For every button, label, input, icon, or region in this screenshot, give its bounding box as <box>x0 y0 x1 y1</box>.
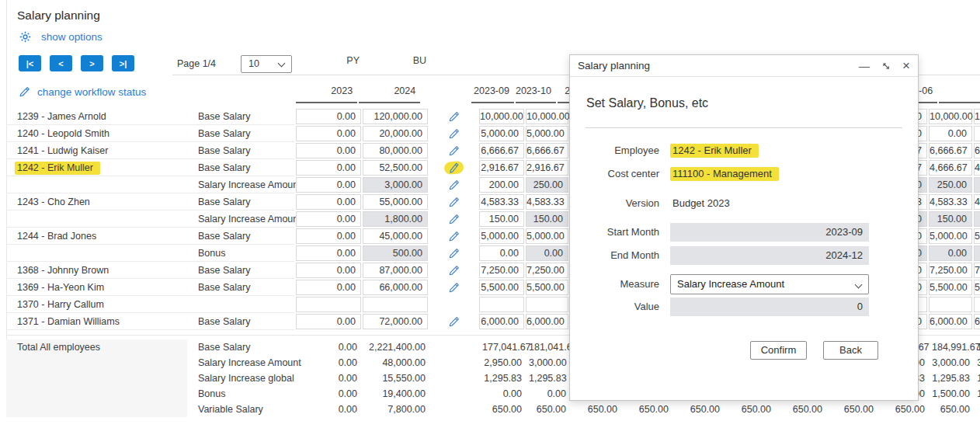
py-value-cell[interactable]: 0.00 <box>296 263 361 278</box>
py-value-cell[interactable]: 0.00 <box>296 280 361 295</box>
pencil-icon[interactable] <box>448 179 460 191</box>
edit-cell[interactable] <box>429 211 478 228</box>
py-value-cell[interactable]: 0.00 <box>296 211 361 227</box>
py-value-cell[interactable]: 0.00 <box>296 245 361 261</box>
month-value-cell[interactable]: 6,000.00 <box>974 314 980 329</box>
edit-cell[interactable] <box>429 279 478 296</box>
edit-cell[interactable] <box>429 228 478 245</box>
month-value-cell[interactable]: 7,250.00 <box>929 263 972 278</box>
page-size-dropdown[interactable]: 10 <box>241 55 292 73</box>
month-value-cell[interactable]: 5,000.00 <box>479 126 524 141</box>
pencil-icon[interactable] <box>448 282 460 294</box>
month-value-cell[interactable]: 6,000.00 <box>526 314 568 329</box>
month-value-cell[interactable]: 4,583.33 <box>526 194 568 210</box>
month-value-cell[interactable]: 0.00 <box>479 245 524 261</box>
show-options-link[interactable]: show options <box>41 31 103 43</box>
month-value-cell[interactable]: 5,000.00 <box>479 228 524 244</box>
measure-select[interactable]: Salary Increase Amount <box>670 274 869 294</box>
month-value-cell[interactable]: 6,666.67 <box>974 143 980 158</box>
bu-value-cell[interactable]: 66,000.00 <box>363 280 428 295</box>
bu-value-cell[interactable]: 80,000.00 <box>363 143 428 158</box>
bu-value-cell[interactable]: 72,000.00 <box>363 314 428 329</box>
value-input[interactable]: 0 <box>670 298 869 316</box>
py-value-cell[interactable]: 0.00 <box>296 314 361 329</box>
edit-cell[interactable] <box>429 313 478 330</box>
start_month-input[interactable]: 2023-09 <box>670 223 869 242</box>
confirm-button[interactable]: Confirm <box>750 341 807 360</box>
month-value-cell[interactable]: 150.00 <box>479 211 524 227</box>
month-value-cell[interactable]: 5,500.00 <box>526 280 568 295</box>
pencil-icon[interactable] <box>448 128 460 140</box>
month-value-cell[interactable]: 5,500.00 <box>929 280 972 295</box>
pencil-icon[interactable] <box>448 214 460 225</box>
month-value-cell[interactable]: 7,250.00 <box>479 263 524 278</box>
close-icon[interactable]: × <box>902 61 910 71</box>
edit-cell[interactable] <box>429 176 478 193</box>
back-button[interactable]: Back <box>823 341 878 360</box>
edit-cell[interactable] <box>429 125 478 142</box>
edit-cell[interactable] <box>429 262 478 279</box>
bu-value-cell[interactable]: 87,000.00 <box>363 263 428 278</box>
bu-value-cell[interactable]: 20,000.00 <box>363 126 428 141</box>
pencil-icon[interactable] <box>448 231 460 242</box>
month-value-cell[interactable]: 6,000.00 <box>929 314 972 329</box>
py-value-cell[interactable]: 0.00 <box>296 160 361 176</box>
pencil-icon[interactable] <box>448 265 460 277</box>
month-value-cell[interactable]: 5,000.00 <box>929 228 972 244</box>
month-value-cell[interactable]: 2,916.67 <box>526 160 568 176</box>
py-value-cell[interactable]: 0.00 <box>296 143 361 158</box>
edit-cell[interactable] <box>429 108 478 125</box>
month-value-cell[interactable]: 6,000.00 <box>479 314 524 329</box>
edit-cell[interactable] <box>429 142 478 159</box>
month-value-cell[interactable]: 7,250.00 <box>526 263 568 278</box>
end_month-input[interactable]: 2024-12 <box>670 246 869 265</box>
change-workflow-status-link[interactable]: change workflow status <box>6 81 187 103</box>
resize-icon[interactable] <box>881 61 891 71</box>
bu-value-cell[interactable]: 55,000.00 <box>363 194 428 210</box>
month-value-cell[interactable]: 7,250.00 <box>974 263 980 278</box>
month-value-cell[interactable]: 6,666.67 <box>526 143 568 158</box>
bu-value-cell[interactable]: 52,500.00 <box>363 160 428 176</box>
pagination-last-button[interactable]: >| <box>112 55 134 71</box>
bu-value-cell[interactable]: 120,000.00 <box>363 109 428 124</box>
month-value-cell[interactable]: 5,500.00 <box>479 280 524 295</box>
month-value-cell[interactable]: 10,000.00 <box>479 109 524 124</box>
month-value-cell[interactable]: 4,666.67 <box>929 160 972 176</box>
month-value-cell[interactable]: 10,000.00 <box>526 109 568 124</box>
month-value-cell[interactable]: 4,583.33 <box>479 194 524 210</box>
edit-cell[interactable] <box>429 245 478 262</box>
pagination-prev-button[interactable]: < <box>50 55 72 71</box>
edit-cell[interactable] <box>429 193 478 211</box>
pencil-icon[interactable] <box>448 197 460 208</box>
month-value-cell[interactable]: 5,000.00 <box>974 228 980 244</box>
month-value-cell[interactable]: 6,666.67 <box>929 143 972 158</box>
bu-value-cell[interactable]: 45,000.00 <box>363 228 428 244</box>
month-value-cell[interactable]: 0.00 <box>929 126 972 141</box>
month-value-cell[interactable]: 200.00 <box>479 177 524 193</box>
pencil-icon[interactable] <box>448 248 460 259</box>
month-value-cell[interactable]: 10,000.00 <box>974 109 980 124</box>
py-value-cell[interactable]: 0.00 <box>296 228 361 244</box>
pencil-icon[interactable] <box>448 316 460 328</box>
month-value-cell[interactable]: 5,500.00 <box>974 280 980 295</box>
pencil-icon[interactable] <box>448 145 460 157</box>
month-value-cell[interactable]: 10,000.00 <box>929 109 972 124</box>
pencil-icon[interactable] <box>448 111 460 123</box>
month-value-cell[interactable]: 5,000.00 <box>526 126 568 141</box>
pagination-first-button[interactable]: |< <box>19 55 41 71</box>
month-value-cell[interactable]: 4,583.33 <box>929 194 972 210</box>
month-value-cell[interactable]: 4,583.33 <box>974 194 980 210</box>
py-value-cell[interactable]: 0.00 <box>296 126 361 141</box>
edit-cell[interactable] <box>429 159 478 176</box>
gear-icon[interactable] <box>19 30 32 44</box>
month-value-cell[interactable]: 0.00 <box>974 126 980 141</box>
py-value-cell[interactable]: 0.00 <box>296 177 361 193</box>
month-value-cell[interactable]: 2,916.67 <box>479 160 524 176</box>
minimize-icon[interactable]: — <box>859 61 870 71</box>
pencil-icon[interactable] <box>443 161 464 176</box>
month-value-cell[interactable]: 5,000.00 <box>526 228 568 244</box>
py-value-cell[interactable]: 0.00 <box>296 109 361 124</box>
pagination-next-button[interactable]: > <box>81 55 103 71</box>
month-value-cell[interactable]: 4,666.67 <box>974 160 980 176</box>
month-value-cell[interactable]: 6,666.67 <box>479 143 524 158</box>
